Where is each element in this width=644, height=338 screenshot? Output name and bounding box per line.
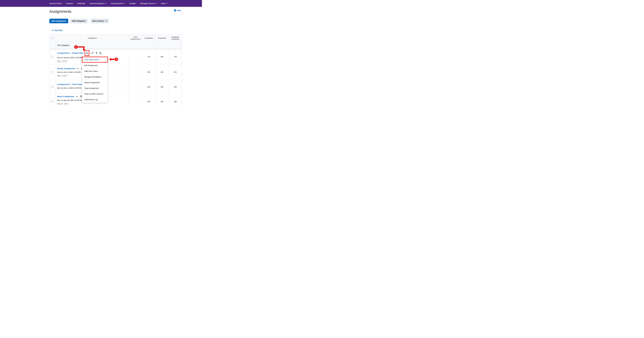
row-checkbox[interactable] — [52, 86, 54, 88]
help-link[interactable]: ? Help — [174, 9, 181, 12]
edit-categories-button[interactable]: Edit Categories — [70, 19, 88, 23]
assignment-context-menu: View Submissions Edit Assignment Hide fr… — [82, 56, 108, 103]
annotation-arrow-1-head — [82, 49, 86, 51]
column-header-assignment: Assignment — [56, 35, 129, 42]
assignment-link[interactable]: Assignment 2 - Term Paper — [57, 83, 83, 86]
menu-item-copy-assignment[interactable]: Copy Assignment — [82, 85, 108, 91]
column-header-evaluated: Evaluated — [155, 35, 168, 42]
menu-item-copy-to-other-courses[interactable]: Copy to Other Courses — [82, 91, 108, 96]
assignments-table: Assignment New Submissions Completed Eva… — [49, 35, 182, 106]
new-submissions-value — [129, 94, 142, 106]
menu-item-edit-assignment[interactable]: Edit Assignment — [82, 62, 108, 68]
availability-dates[interactable]: Oct 4 - Oct 8 — [57, 74, 67, 76]
new-submissions-value — [129, 49, 142, 64]
special-access-key-icon — [91, 52, 94, 54]
new-submissions-value — [129, 80, 142, 94]
menu-item-hide-from-users[interactable]: Hide from Users — [82, 68, 108, 74]
column-header-feedback-published: Feedback Published — [168, 35, 182, 42]
toolbar: New Assignment Edit Categories More Acti… — [49, 19, 182, 23]
course-navbar: Course Home Content Calendar Communicati… — [0, 0, 202, 7]
evaluated-value: 0/9 — [155, 80, 168, 94]
help-question-icon: ? — [174, 9, 176, 12]
column-header-new-submissions: New Submissions — [129, 35, 142, 42]
table-row-assignment-2: Assignment 2 - Term Paper Due on Nov 1, … — [50, 80, 182, 94]
completed-value: 0/9 — [142, 94, 155, 106]
assignment-actions-dropdown[interactable] — [76, 96, 78, 97]
feedback-published-value: 0/9 — [168, 94, 182, 106]
chevron-down-icon — [77, 68, 79, 69]
select-all-checkbox[interactable] — [52, 37, 54, 39]
assignments-page: Course Home Content Calendar Communicati… — [0, 0, 202, 106]
menu-item-delete-assignment[interactable]: Delete Assignment — [82, 80, 108, 85]
menu-item-view-submissions[interactable]: View Submissions — [82, 57, 108, 62]
evaluated-value: 0/3 — [155, 64, 168, 80]
assignment-link[interactable]: Week 3 Reflection — [57, 96, 74, 98]
page-title: Assignments — [49, 9, 182, 14]
nav-content[interactable]: Content — [66, 2, 73, 5]
chevron-down-icon — [105, 20, 107, 22]
table-row-group-assignment: Group Assignment — [50, 64, 182, 80]
course-nav: Course Home Content Calendar Communicati… — [49, 2, 167, 5]
annotation-step-2-badge: 2 — [115, 58, 118, 61]
edit-pencil-icon — [52, 29, 54, 32]
new-assignment-button[interactable]: New Assignment — [49, 19, 68, 23]
table-row-assignment-1: Assignment 1 - Project Plan — [50, 49, 182, 64]
nav-assessments[interactable]: Assessments — [111, 2, 125, 5]
evaluated-value: 0/9 — [155, 94, 168, 106]
chevron-down-icon — [166, 3, 167, 4]
completed-value: 0/3 — [142, 64, 155, 80]
completed-value: 0/9 — [142, 80, 155, 94]
assignment-link[interactable]: Assignment 1 - Project Plan — [57, 52, 84, 54]
nav-manage-course[interactable]: Manage Course — [140, 2, 156, 5]
feedback-published-value: 0/3 — [168, 64, 182, 80]
menu-item-manage-exemptions[interactable]: Manage Exemptions — [82, 74, 108, 80]
originality-report-icon — [99, 52, 102, 54]
availability-dates[interactable]: Apr 4 - Oct 5 — [57, 60, 67, 62]
nav-communications[interactable]: Communications — [90, 2, 107, 5]
chevron-down-icon — [105, 3, 107, 4]
nav-course-home[interactable]: Course Home — [49, 2, 62, 5]
nav-help[interactable]: Help — [161, 2, 168, 5]
bulk-edit-link[interactable]: Bulk Edit — [52, 29, 62, 32]
feedback-published-value: 0/9 — [168, 80, 182, 94]
chevron-down-icon — [76, 96, 78, 97]
table-header-row: Assignment New Submissions Completed Eva… — [50, 35, 182, 42]
evaluated-value: 8/9 — [155, 49, 168, 64]
nav-calendar[interactable]: Calendar — [77, 2, 85, 5]
assignment-link[interactable]: Group Assignment — [57, 67, 75, 70]
column-header-completed: Completed — [142, 35, 155, 42]
annotation-arrow-2-segment — [111, 59, 114, 60]
completed-value: 1/9 — [142, 49, 155, 64]
new-submissions-value — [129, 64, 142, 80]
row-checkbox[interactable] — [52, 56, 54, 58]
chevron-down-icon — [86, 52, 88, 54]
more-actions-button[interactable]: More Actions — [90, 19, 109, 23]
annotation-highlight-box-2: View Submissions — [82, 57, 108, 62]
award-ribbon-icon — [96, 52, 97, 54]
row-checkbox[interactable] — [52, 100, 54, 102]
feedback-published-value: 1/9 — [168, 49, 182, 64]
category-row: No Category — [50, 42, 182, 49]
annotation-step-1-badge: 1 — [74, 45, 78, 49]
nav-grades[interactable]: Grades — [129, 2, 136, 5]
availability-dates[interactable]: Sep 24 - Oct 5 — [57, 102, 68, 104]
chevron-down-icon — [155, 3, 157, 4]
menu-item-submission-log[interactable]: Submission Log — [82, 96, 108, 102]
assignment-actions-dropdown[interactable] — [77, 68, 79, 69]
row-checkbox[interactable] — [52, 71, 54, 73]
chevron-down-icon — [124, 3, 125, 4]
assignment-actions-dropdown[interactable] — [86, 52, 88, 55]
annotation-arrow-1-segment — [83, 46, 84, 50]
annotation-arrow-2-head — [109, 58, 111, 61]
table-row-week-3-reflection: Week 3 Reflection — [50, 94, 182, 106]
